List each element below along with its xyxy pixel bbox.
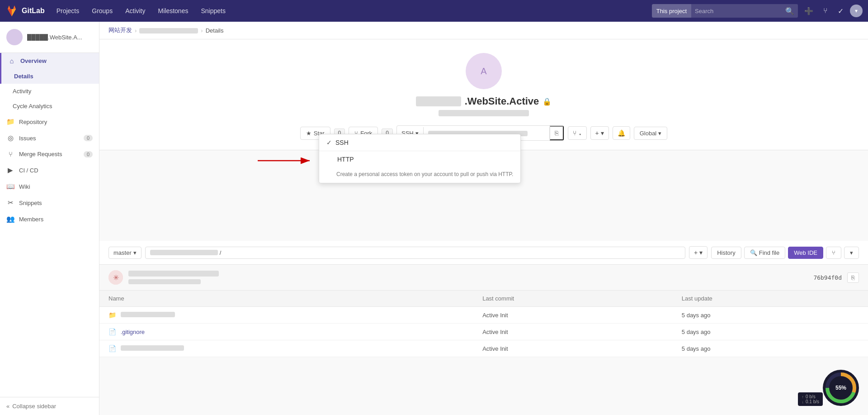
main-content: 网站开发 › › Details A .WebSite.Active 🔒 ★ bbox=[99, 22, 868, 415]
nav-milestones[interactable]: Milestones bbox=[154, 5, 193, 16]
http-description: Create a personal access token on your a… bbox=[319, 167, 520, 183]
search-input[interactable] bbox=[691, 4, 782, 18]
web-ide-button[interactable]: Web IDE bbox=[788, 247, 823, 259]
breadcrumb-middle[interactable] bbox=[139, 27, 198, 34]
dropdown-item-http[interactable]: HTTP bbox=[319, 151, 520, 167]
branch-dropdown-arrow: ▾ bbox=[133, 249, 137, 256]
star-icon: ★ bbox=[306, 130, 311, 137]
file-last-update: 5 days ago bbox=[673, 340, 868, 357]
commit-message-blurred bbox=[128, 271, 219, 277]
search-box: This project 🔍 bbox=[652, 4, 798, 18]
sidebar-item-merge-requests[interactable]: ⑂ Merge Requests 0 bbox=[0, 146, 99, 162]
search-icon: 🔍 bbox=[750, 249, 757, 256]
commit-hash-copy-button[interactable]: ⎘ bbox=[847, 272, 859, 283]
sidebar-project-avatar bbox=[6, 29, 23, 45]
global-dropdown-arrow: ▾ bbox=[658, 130, 661, 137]
file-last-commit: Active Init bbox=[473, 340, 673, 357]
sidebar-project-name: █████.WebSite.A... bbox=[27, 34, 82, 41]
nav-snippets[interactable]: Snippets bbox=[196, 5, 230, 16]
merge-requests-nav-button[interactable]: ⑂ bbox=[820, 4, 831, 18]
breadcrumb-current: Details bbox=[206, 27, 224, 34]
path-blurred bbox=[150, 250, 218, 255]
find-file-button[interactable]: 🔍 Find file bbox=[744, 247, 786, 259]
sidebar-item-wiki[interactable]: 📖 Wiki bbox=[0, 178, 99, 195]
file-table-header-last-commit: Last commit bbox=[473, 291, 673, 307]
sidebar-item-members[interactable]: 👥 Members bbox=[0, 211, 99, 227]
sidebar-item-snippets[interactable]: ✂ Snippets bbox=[0, 195, 99, 211]
sidebar-item-details[interactable]: Details bbox=[0, 69, 99, 84]
file-last-update: 5 days ago bbox=[673, 324, 868, 340]
ci-cd-icon: ▶ bbox=[6, 166, 14, 174]
sidebar-collapse-button[interactable]: « Collapse sidebar bbox=[0, 397, 99, 415]
add-file-button[interactable]: + ▾ bbox=[590, 126, 609, 140]
ssh-arrow-indicator bbox=[253, 154, 316, 167]
sidebar: █████.WebSite.A... ⌂ Overview Details Ac… bbox=[0, 22, 99, 415]
project-title-blurred bbox=[416, 96, 461, 106]
global-notification-button[interactable]: Global ▾ bbox=[634, 127, 668, 140]
file-type-icon: 📄 bbox=[108, 345, 116, 352]
nav-right-controls: This project 🔍 ➕ ⑂ ✓ ▾ bbox=[652, 4, 863, 18]
merge-requests-count-badge: 0 bbox=[84, 151, 93, 157]
repository-section: master ▾ / + ▾ History 🔍 Find file bbox=[99, 241, 868, 357]
search-scope-button[interactable]: This project bbox=[652, 4, 691, 18]
clone-options-button[interactable]: ⑂ ▾ bbox=[568, 126, 587, 140]
create-new-button[interactable]: ➕ bbox=[801, 4, 817, 18]
svg-text:✳: ✳ bbox=[113, 274, 119, 281]
collapse-icon: « bbox=[6, 403, 9, 410]
sidebar-item-repository[interactable]: 📁 Repository bbox=[0, 114, 99, 130]
commit-hash: 76b94f0d bbox=[813, 274, 842, 281]
breadcrumb-sep-1: › bbox=[135, 27, 137, 34]
ssh-url-copy-button[interactable]: ⎘ bbox=[550, 126, 564, 140]
nav-activity[interactable]: Activity bbox=[121, 5, 150, 16]
history-button[interactable]: History bbox=[711, 247, 741, 259]
table-row: 📁 Active Init 5 days ago bbox=[99, 307, 868, 324]
dropdown-item-ssh[interactable]: ✓ SSH bbox=[319, 134, 520, 151]
file-table: Name Last commit Last update 📁 Active In… bbox=[99, 291, 868, 357]
sidebar-item-activity[interactable]: Activity bbox=[0, 84, 99, 99]
members-icon: 👥 bbox=[6, 215, 14, 223]
top-navigation: GitLab Projects Groups Activity Mileston… bbox=[0, 0, 868, 22]
snippets-icon: ✂ bbox=[6, 199, 14, 207]
breadcrumb-sep-2: › bbox=[201, 27, 203, 34]
sidebar-user-info: █████.WebSite.A... bbox=[0, 22, 99, 53]
repo-clone-button[interactable]: ⑂ bbox=[826, 247, 841, 259]
user-avatar-nav[interactable]: ▾ bbox=[850, 5, 863, 17]
sidebar-item-cycle-analytics[interactable]: Cycle Analytics bbox=[0, 99, 99, 114]
sidebar-item-overview[interactable]: ⌂ Overview bbox=[0, 53, 99, 69]
repo-toolbar: master ▾ / + ▾ History 🔍 Find file bbox=[99, 241, 868, 265]
project-subtitle-blurred bbox=[439, 110, 529, 116]
svg-text:A: A bbox=[481, 66, 487, 76]
perf-labels-widget: ↑ 0 b/s ↓ 0.1 b/s bbox=[798, 392, 823, 406]
perf-label-1: ↑ 0 b/s bbox=[802, 394, 819, 399]
page-layout: █████.WebSite.A... ⌂ Overview Details Ac… bbox=[0, 22, 868, 415]
breadcrumb-root[interactable]: 网站开发 bbox=[108, 26, 132, 34]
nav-projects[interactable]: Projects bbox=[52, 5, 84, 16]
repo-right-actions: History 🔍 Find file Web IDE ⑂ ▾ bbox=[711, 247, 859, 259]
breadcrumb: 网站开发 › › Details bbox=[99, 22, 868, 39]
repo-more-button[interactable]: ▾ bbox=[844, 247, 859, 259]
file-name-link[interactable] bbox=[121, 345, 184, 352]
file-last-commit: Active Init bbox=[473, 324, 673, 340]
project-avatar: A bbox=[466, 53, 502, 89]
issues-count-badge: 0 bbox=[84, 135, 93, 141]
sidebar-item-ci-cd[interactable]: ▶ CI / CD bbox=[0, 162, 99, 178]
file-name-link[interactable] bbox=[121, 312, 175, 319]
notification-bell-button[interactable]: 🔔 bbox=[613, 126, 630, 140]
file-last-commit: Active Init bbox=[473, 307, 673, 324]
issues-nav-button[interactable]: ✓ bbox=[834, 4, 847, 18]
branch-selector[interactable]: master ▾ bbox=[108, 247, 142, 259]
file-table-header-last-update: Last update bbox=[673, 291, 868, 307]
commit-user-avatar: ✳ bbox=[108, 270, 123, 285]
path-add-button[interactable]: + ▾ bbox=[689, 246, 708, 259]
logo[interactable]: GitLab bbox=[5, 5, 45, 17]
merge-requests-icon: ⑂ bbox=[6, 150, 14, 158]
nav-groups[interactable]: Groups bbox=[87, 5, 117, 16]
perf-label-2: ↓ 0.1 b/s bbox=[802, 399, 819, 404]
search-submit-button[interactable]: 🔍 bbox=[782, 4, 798, 18]
wiki-icon: 📖 bbox=[6, 182, 14, 191]
repository-icon: 📁 bbox=[6, 118, 14, 126]
sidebar-item-issues[interactable]: ◎ Issues 0 bbox=[0, 130, 99, 146]
perf-percent-label: 55% bbox=[835, 385, 846, 391]
performance-widget[interactable]: 55% bbox=[823, 370, 859, 406]
file-name-link[interactable]: .gitignore bbox=[121, 329, 145, 335]
